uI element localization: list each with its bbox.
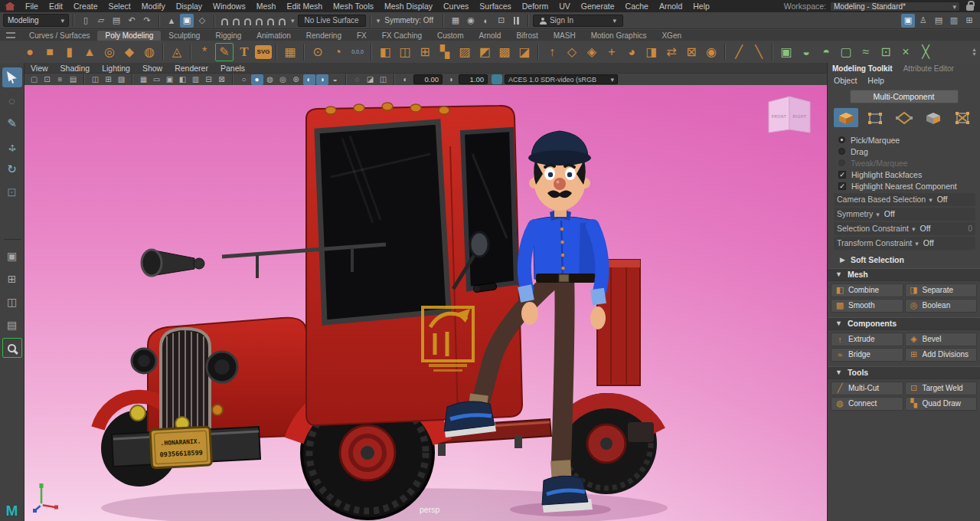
lock-camera-icon[interactable]: ⊡ bbox=[41, 74, 54, 85]
menu-cache[interactable]: Cache bbox=[620, 2, 654, 11]
workspace-dropdown[interactable]: Modeling - Standard* bbox=[830, 2, 960, 11]
duplicate-face-icon[interactable]: ◨ bbox=[642, 43, 661, 61]
shelf-tab-fx[interactable]: FX bbox=[349, 31, 374, 41]
paint-select-tool[interactable] bbox=[2, 113, 22, 133]
delete-edge-icon[interactable]: ⊠ bbox=[682, 43, 701, 61]
components-section-header[interactable]: ▼Components bbox=[828, 317, 980, 330]
add-divisions-icon[interactable]: ◇ bbox=[563, 43, 581, 61]
panel-menu-view[interactable]: View bbox=[31, 64, 48, 73]
snap-curve-icon[interactable] bbox=[233, 18, 240, 25]
edge-mode-icon[interactable] bbox=[892, 108, 916, 127]
xray-icon[interactable]: ◪ bbox=[364, 74, 377, 85]
highlight-backfaces-option[interactable]: ✓Highlight Backfaces bbox=[838, 169, 980, 180]
combine-icon[interactable]: ◧ bbox=[376, 43, 394, 61]
multi-component-button[interactable]: Multi-Component bbox=[850, 90, 959, 103]
snap-view-plane-icon[interactable] bbox=[267, 18, 274, 25]
menu-arnold[interactable]: Arnold bbox=[654, 2, 688, 11]
type-tool-icon[interactable]: T bbox=[235, 43, 253, 61]
select-tool[interactable] bbox=[2, 67, 22, 87]
smooth-mesh-icon[interactable]: ▩ bbox=[495, 43, 514, 61]
shelf-tab-motion-graphics[interactable]: Motion Graphics bbox=[583, 31, 655, 41]
menu-edit-mesh[interactable]: Edit Mesh bbox=[281, 2, 328, 11]
scale-tool[interactable] bbox=[2, 182, 22, 202]
sculpt-knife-icon[interactable]: ╳ bbox=[916, 43, 935, 61]
target-weld-button[interactable]: ⊡Target Weld bbox=[905, 382, 978, 395]
shelf-menu-icon[interactable] bbox=[6, 32, 15, 38]
ipr-render-icon[interactable]: ◐ bbox=[479, 14, 493, 28]
sculpt-grab-icon[interactable]: ◓ bbox=[817, 43, 835, 61]
shelf-tab-curves-surfaces[interactable]: Curves / Surfaces bbox=[21, 31, 97, 41]
drag-option[interactable]: Drag bbox=[838, 146, 980, 157]
view-cube[interactable]: FRONT RIGHT bbox=[769, 97, 810, 133]
menu-help[interactable]: Help bbox=[688, 2, 715, 11]
multi-cut-button[interactable]: ╱Multi-Cut bbox=[831, 382, 903, 395]
symmetry-row[interactable]: SymmetryOff bbox=[834, 208, 975, 221]
rotate-tool[interactable] bbox=[2, 159, 22, 179]
pick-marquee-option[interactable]: Pick/Marquee bbox=[838, 135, 980, 146]
menu-surfaces[interactable]: Surfaces bbox=[474, 2, 516, 11]
insert-edge-loop-icon[interactable]: ╲ bbox=[750, 43, 768, 61]
poke-icon[interactable]: + bbox=[603, 43, 621, 61]
pause-icon[interactable] bbox=[514, 17, 519, 25]
panel-menu-panels[interactable]: Panels bbox=[220, 64, 245, 73]
sign-in-dropdown[interactable]: Sign In bbox=[533, 15, 623, 27]
connect-button[interactable]: ◍Connect bbox=[831, 397, 903, 411]
highlight-nearest-component-option[interactable]: ✓Highlight Nearest Component bbox=[838, 181, 980, 192]
shelf-tab-xgen[interactable]: XGen bbox=[654, 31, 689, 41]
face-mode-icon[interactable] bbox=[921, 108, 946, 127]
menu-create[interactable]: Create bbox=[68, 2, 103, 11]
flip-face-icon[interactable]: ⇄ bbox=[662, 43, 681, 61]
sculpt-mesh-icon[interactable]: ▣ bbox=[777, 43, 795, 61]
color-space-dropdown[interactable]: ACES 1.0 SDR-video (sRGB bbox=[505, 74, 618, 84]
gamma-toggle-icon[interactable]: ◑ bbox=[445, 74, 457, 85]
channel-box-icon[interactable]: ▤ bbox=[932, 14, 946, 28]
edit-pivot-icon[interactable]: ◔ bbox=[328, 43, 347, 61]
wedge-icon[interactable]: ◕ bbox=[622, 43, 641, 61]
shelf-tab-sculpting[interactable]: Sculpting bbox=[161, 31, 207, 41]
zoom-region-tool[interactable] bbox=[2, 338, 22, 358]
select-object-icon[interactable]: ▣ bbox=[180, 14, 194, 28]
viewport-scene[interactable]: .HONARANIX. 09356618599 bbox=[24, 85, 827, 521]
svg-tool-icon[interactable]: SVG bbox=[255, 45, 272, 59]
render-frame-icon[interactable]: ◉ bbox=[464, 14, 478, 28]
exposure-field[interactable]: 0.00 bbox=[413, 74, 443, 84]
sculpt-pinch-icon[interactable]: ▢ bbox=[837, 43, 855, 61]
menu-edit[interactable]: Edit bbox=[44, 2, 68, 11]
menu-mesh[interactable]: Mesh bbox=[251, 2, 282, 11]
mesh-section-header[interactable]: ▼Mesh bbox=[828, 268, 980, 281]
poly-cube-icon[interactable]: ■ bbox=[41, 43, 59, 61]
panel-menu-lighting[interactable]: Lighting bbox=[102, 64, 130, 73]
film-gate-icon[interactable]: ▭ bbox=[151, 74, 163, 85]
save-scene-icon[interactable]: ▤ bbox=[109, 14, 123, 28]
menu-windows[interactable]: Windows bbox=[207, 2, 251, 11]
sculpt-erase-icon[interactable]: × bbox=[897, 43, 915, 61]
textured-icon[interactable]: ◍ bbox=[264, 74, 276, 85]
lasso-tool[interactable] bbox=[2, 90, 22, 110]
poly-plane-icon[interactable]: ◆ bbox=[120, 43, 139, 61]
live-surface-field[interactable]: No Live Surface bbox=[298, 15, 366, 27]
shelf-tab-bifrost[interactable]: Bifrost bbox=[508, 31, 545, 41]
humanik-panel-icon[interactable]: ♙ bbox=[916, 14, 930, 28]
smooth-button[interactable]: ▩Smooth bbox=[831, 299, 903, 313]
make-live-icon[interactable] bbox=[279, 18, 286, 25]
shelf-tab-rigging[interactable]: Rigging bbox=[207, 31, 249, 41]
bevel-icon[interactable]: ◈ bbox=[583, 43, 601, 61]
separate-icon[interactable]: ◫ bbox=[396, 43, 414, 61]
menu-mesh-display[interactable]: Mesh Display bbox=[379, 2, 438, 11]
snap-projected-center-icon[interactable] bbox=[256, 18, 263, 25]
default-material-icon[interactable]: ◎ bbox=[277, 74, 289, 85]
symmetry-field[interactable]: Symmetry: Off bbox=[384, 16, 433, 25]
separate-button[interactable]: ◨Separate bbox=[905, 283, 978, 297]
field-chart-icon[interactable]: ▥ bbox=[190, 74, 202, 85]
shelf-tab-poly-modeling[interactable]: Poly Modeling bbox=[97, 31, 161, 41]
extrude-icon[interactable]: ↑ bbox=[543, 43, 561, 61]
add-divisions-button[interactable]: ⊞Add Divisions bbox=[905, 348, 978, 362]
menu-set-dropdown[interactable]: Modeling bbox=[3, 14, 69, 27]
select-component-icon[interactable]: ◇ bbox=[195, 14, 209, 28]
new-scene-icon[interactable]: ▯ bbox=[79, 14, 93, 28]
toolkit-menu-help[interactable]: Help bbox=[867, 76, 884, 85]
shelf-scroll-arrows[interactable]: ▲▼ bbox=[972, 48, 977, 57]
camera-attributes-icon[interactable]: ≡ bbox=[54, 74, 67, 85]
mirror-geometry-icon[interactable]: ⊞ bbox=[416, 43, 434, 61]
panel-menu-show[interactable]: Show bbox=[142, 64, 162, 73]
